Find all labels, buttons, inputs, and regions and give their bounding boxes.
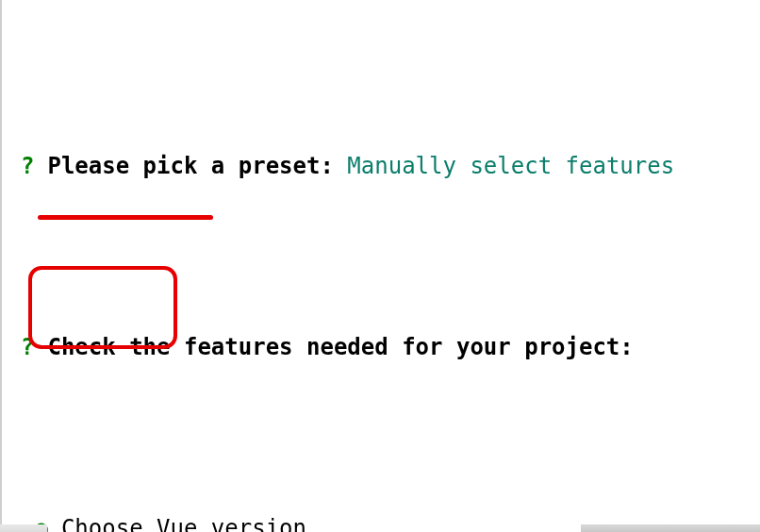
- question-mark-icon: ?: [21, 143, 34, 189]
- preset-prompt-row: ? Please pick a preset: Manually select …: [21, 143, 760, 189]
- features-prompt-row: ? Check the features needed for your pro…: [21, 324, 760, 370]
- horizontal-scrollbar[interactable]: [581, 524, 760, 532]
- features-prompt-label: Check the features needed for your proje…: [47, 334, 633, 360]
- horizontal-scrollbar[interactable]: [0, 524, 47, 532]
- preset-selected-value: Manually select features: [347, 153, 674, 179]
- question-mark-icon: ?: [21, 324, 34, 370]
- feature-label: Choose Vue version: [61, 515, 306, 532]
- preset-prompt-label: Please pick a preset:: [47, 153, 333, 179]
- terminal-output: ? Please pick a preset: Manually select …: [2, 0, 760, 532]
